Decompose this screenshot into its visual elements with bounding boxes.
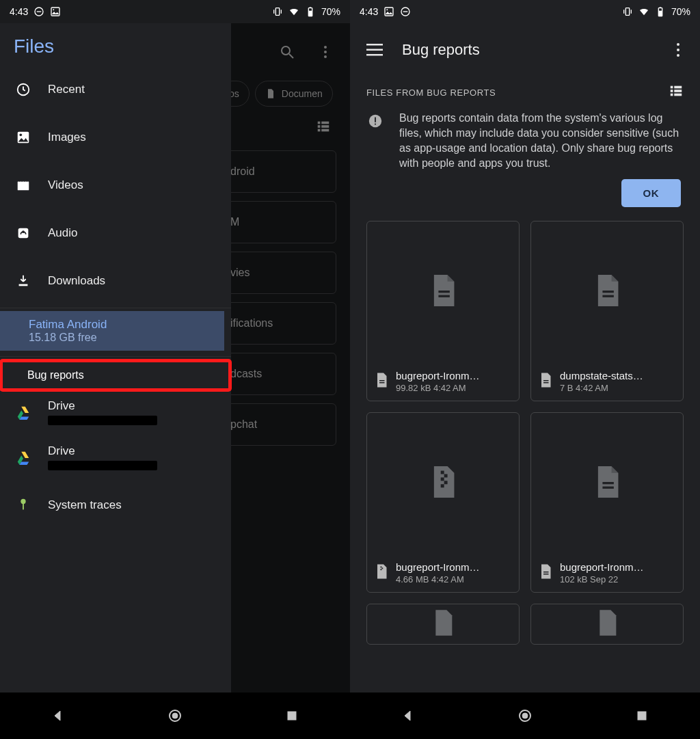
svg-rect-50 [660, 7, 662, 8]
svg-point-43 [387, 9, 388, 10]
search-icon[interactable] [271, 36, 304, 68]
svg-rect-46 [625, 8, 629, 16]
warning-text: Bug reports contain data from the system… [399, 111, 684, 171]
svg-rect-59 [674, 86, 682, 89]
home-button[interactable] [506, 697, 544, 735]
svg-rect-63 [674, 94, 682, 96]
list-view-icon[interactable] [316, 119, 331, 137]
nav-bug-reports[interactable]: Bug reports [0, 360, 231, 391]
list-view-icon[interactable] [669, 83, 684, 101]
file-name: bugreport-Ironm… [396, 370, 511, 381]
nav-label: Videos [48, 178, 83, 192]
svg-rect-76 [444, 474, 448, 478]
back-button[interactable] [389, 697, 427, 735]
nav-recent[interactable]: Recent [0, 66, 231, 113]
android-navbar [350, 693, 700, 739]
nav-videos[interactable]: Videos [0, 161, 231, 209]
svg-rect-71 [602, 291, 613, 293]
file-card[interactable]: bugreport-Ironm… 4.66 MB 4:42 AM [366, 412, 520, 593]
file-meta: 4.66 MB 4:42 AM [396, 574, 511, 585]
file-card[interactable]: bugreport-Ironm… 99.82 kB 4:42 AM [366, 221, 520, 401]
folder-card[interactable]: pchat [219, 403, 336, 446]
overflow-menu-icon[interactable] [663, 33, 693, 66]
svg-rect-24 [18, 182, 29, 191]
svg-rect-77 [441, 477, 444, 481]
download-icon [14, 271, 33, 291]
svg-rect-84 [602, 487, 613, 489]
svg-rect-60 [671, 90, 673, 92]
folder-card[interactable]: dcasts [219, 353, 336, 395]
nav-label: Drive [48, 399, 157, 413]
svg-rect-82 [381, 569, 382, 570]
svg-rect-9 [309, 11, 312, 16]
chip-documents[interactable]: Documen [255, 81, 333, 107]
battery-percent: 70% [671, 6, 690, 17]
svg-rect-83 [602, 482, 613, 484]
file-card[interactable]: dumpstate-stats… 7 B 4:42 AM [530, 221, 684, 401]
nav-device-storage[interactable]: Fatima Android 15.18 GB free [0, 311, 224, 351]
svg-point-13 [324, 51, 327, 53]
android-navbar [0, 693, 350, 739]
dnd-icon [400, 6, 411, 17]
nav-label: System traces [48, 498, 122, 512]
folder-card[interactable]: ifications [219, 302, 336, 345]
folder-card[interactable]: M [219, 201, 336, 243]
drawer-title: Files [0, 23, 231, 66]
section-header: FILES FROM BUG REPORTS [366, 88, 496, 98]
ok-button[interactable]: OK [621, 179, 682, 207]
nav-label: Recent [48, 83, 85, 96]
svg-rect-68 [438, 295, 449, 297]
folder-card[interactable]: vies [219, 252, 336, 294]
folder-label: ifications [230, 317, 273, 330]
svg-rect-75 [441, 471, 444, 474]
nav-downloads[interactable]: Downloads [0, 257, 231, 305]
status-time: 4:43 [360, 6, 378, 17]
audio-icon [14, 224, 33, 243]
hamburger-icon[interactable] [357, 33, 392, 66]
file-meta: 102 kB Sep 22 [560, 574, 675, 585]
file-icon [593, 466, 621, 500]
file-card-partial[interactable] [366, 604, 520, 645]
nav-label: Images [48, 131, 86, 144]
svg-rect-2 [51, 8, 59, 16]
nav-audio[interactable]: Audio [0, 209, 231, 257]
svg-rect-79 [441, 484, 444, 487]
svg-rect-85 [543, 572, 549, 573]
svg-rect-4 [275, 8, 279, 16]
android-icon [14, 496, 33, 515]
svg-rect-26 [21, 180, 23, 182]
recents-button[interactable] [273, 697, 311, 735]
videos-icon [14, 176, 33, 195]
svg-rect-28 [27, 180, 28, 182]
zip-icon [375, 564, 388, 582]
nav-system-traces[interactable]: System traces [0, 481, 231, 529]
svg-rect-19 [318, 129, 321, 132]
file-name: bugreport-Ironm… [396, 561, 511, 573]
home-button[interactable] [156, 697, 194, 735]
folder-card[interactable]: droid [219, 150, 336, 193]
file-icon [596, 607, 618, 641]
overflow-menu-icon[interactable] [309, 36, 342, 68]
file-card[interactable]: bugreport-Ironm… 102 kB Sep 22 [530, 412, 684, 593]
svg-rect-16 [321, 122, 329, 124]
svg-rect-78 [444, 481, 448, 484]
svg-rect-66 [375, 124, 376, 125]
storage-name: Fatima Android [29, 318, 107, 332]
svg-rect-69 [379, 380, 385, 381]
nav-label: Audio [48, 226, 77, 240]
svg-point-3 [53, 9, 55, 10]
nav-drive-1[interactable]: Drive [0, 391, 231, 433]
redacted [48, 461, 157, 470]
dnd-icon [33, 6, 44, 17]
recents-button[interactable] [623, 697, 661, 735]
file-card-partial[interactable] [530, 604, 684, 645]
svg-point-40 [172, 713, 178, 718]
zip-icon [429, 466, 457, 500]
file-icon [429, 275, 457, 309]
file-name: dumpstate-stats… [560, 370, 675, 381]
nav-drive-2[interactable]: Drive [0, 433, 231, 481]
wifi-icon [638, 6, 649, 17]
file-icon [375, 373, 388, 390]
back-button[interactable] [39, 697, 77, 735]
nav-images[interactable]: Images [0, 113, 231, 161]
